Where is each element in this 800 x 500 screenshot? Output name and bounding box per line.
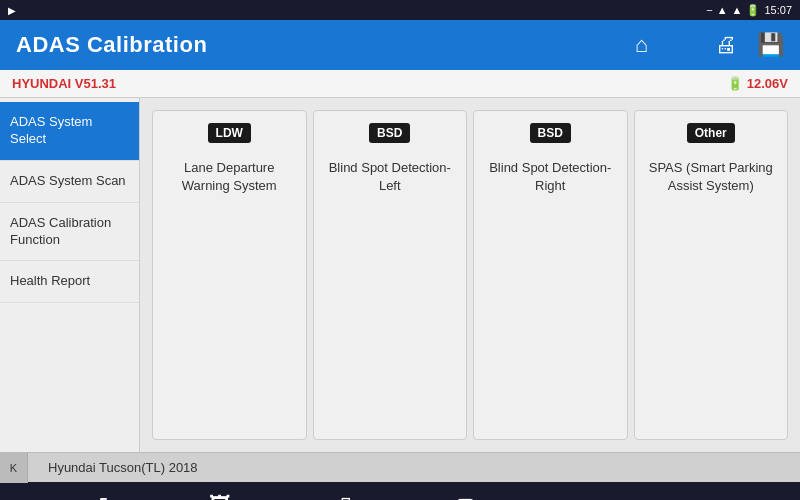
system-cards-grid: LDW Lane Departure Warning System BSD Bl… bbox=[140, 98, 800, 452]
page-title: ADAS Calibration bbox=[16, 32, 207, 58]
system-card-ldw[interactable]: LDW Lane Departure Warning System bbox=[152, 110, 307, 440]
system-card-bsd-right[interactable]: BSD Blind Spot Detection-Right bbox=[473, 110, 628, 440]
ldw-name: Lane Departure Warning System bbox=[161, 159, 298, 195]
sidebar: ADAS System Select ADAS System Scan ADAS… bbox=[0, 98, 140, 452]
save-icon[interactable]: 💾 bbox=[757, 32, 784, 58]
sidebar-item-adas-calibration-function[interactable]: ADAS Calibration Function bbox=[0, 203, 139, 262]
vehicle-label: Hyundai Tucson(TL) 2018 bbox=[48, 460, 198, 475]
voltage-value: 12.06V bbox=[747, 76, 788, 91]
header-icons: ⌂ 👤 🖨 💾 bbox=[635, 32, 784, 58]
nav-home-icon[interactable]: ⌂ bbox=[569, 485, 598, 500]
bsd-left-name: Blind Spot Detection-Left bbox=[322, 159, 459, 195]
home-icon[interactable]: ⌂ bbox=[635, 32, 648, 58]
nav-square-icon[interactable]: ▢ bbox=[447, 485, 484, 500]
battery-icon: 🔋 bbox=[746, 4, 760, 17]
status-bar: ▶ − ▲ ▲ 🔋 15:07 bbox=[0, 0, 800, 20]
voltage-info: 🔋 12.06V bbox=[727, 76, 788, 91]
nav-image-icon[interactable]: 🖼 bbox=[201, 485, 239, 500]
nav-print-icon[interactable]: 🖨 bbox=[324, 485, 362, 500]
bsd-right-name: Blind Spot Detection-Right bbox=[482, 159, 619, 195]
bluetooth-icon: − bbox=[706, 4, 712, 16]
other-name: SPAS (Smart Parking Assist System) bbox=[643, 159, 780, 195]
nav-back-icon[interactable]: ↩ bbox=[683, 485, 717, 500]
content-panel: LDW Lane Departure Warning System BSD Bl… bbox=[140, 98, 800, 452]
main-content: ADAS System Select ADAS System Scan ADAS… bbox=[0, 98, 800, 452]
vehicle-info: HYUNDAI V51.31 bbox=[12, 76, 116, 91]
bsd-left-badge: BSD bbox=[369, 123, 410, 143]
bottom-status-bar: K Hyundai Tucson(TL) 2018 bbox=[0, 452, 800, 482]
bsd-right-badge: BSD bbox=[530, 123, 571, 143]
sub-header: HYUNDAI V51.31 🔋 12.06V bbox=[0, 70, 800, 98]
status-right: − ▲ ▲ 🔋 15:07 bbox=[706, 4, 792, 17]
battery-small-icon: 🔋 bbox=[727, 76, 743, 91]
other-badge: Other bbox=[687, 123, 735, 143]
sidebar-item-adas-system-scan[interactable]: ADAS System Scan bbox=[0, 161, 139, 203]
android-nav-bar: ↺ 🖼 🖨 ▢ ⌂ ↩ bbox=[0, 482, 800, 500]
system-card-bsd-left[interactable]: BSD Blind Spot Detection-Left bbox=[313, 110, 468, 440]
collapse-button[interactable]: K bbox=[0, 453, 28, 483]
header: ADAS Calibration ⌂ 👤 🖨 💾 bbox=[0, 20, 800, 70]
status-left: ▶ bbox=[8, 5, 16, 16]
nav-refresh-icon[interactable]: ↺ bbox=[82, 485, 116, 500]
collapse-label: K bbox=[10, 462, 17, 474]
wifi-icon: ▲ bbox=[717, 4, 728, 16]
person-icon[interactable]: 👤 bbox=[668, 32, 695, 58]
status-app-name: ▶ bbox=[8, 5, 16, 16]
clock: 15:07 bbox=[764, 4, 792, 16]
ldw-badge: LDW bbox=[208, 123, 251, 143]
sidebar-item-adas-system-select[interactable]: ADAS System Select bbox=[0, 102, 139, 161]
sidebar-item-health-report[interactable]: Health Report bbox=[0, 261, 139, 303]
signal-icon: ▲ bbox=[732, 4, 743, 16]
print-icon[interactable]: 🖨 bbox=[715, 32, 737, 58]
system-card-other[interactable]: Other SPAS (Smart Parking Assist System) bbox=[634, 110, 789, 440]
